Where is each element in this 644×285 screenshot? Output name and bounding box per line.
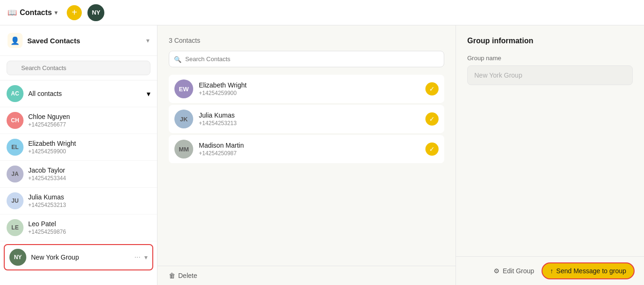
add-contact-button[interactable]: + xyxy=(67,5,82,20)
group-actions-ny: ··· ▾ xyxy=(134,253,148,261)
ny-group-avatar[interactable]: NY xyxy=(87,4,104,21)
member-avatar-ew: EW xyxy=(174,79,193,98)
contact-phone-jacob: +14254253344 xyxy=(28,175,150,182)
plus-icon: + xyxy=(72,7,78,18)
member-name-elizabeth: Elizabeth Wright xyxy=(199,81,420,89)
saved-contacts-icon: 👤 xyxy=(8,33,23,48)
saved-contacts-header: 👤 Saved Contacts ▾ xyxy=(0,25,157,56)
member-avatar-mm: MM xyxy=(174,140,193,158)
right-bottom-bar: ⚙ Edit Group ↑ Send Message to group xyxy=(456,256,644,285)
member-item-julia[interactable]: JK Julia Kumas +14254253213 ✓ xyxy=(169,105,444,133)
contact-info-chloe: Chloe Nguyen +14254256677 xyxy=(28,113,150,128)
member-name-julia: Julia Kumas xyxy=(199,111,420,119)
avatar-ju: JU xyxy=(7,192,24,209)
center-search-wrapper: 🔍 xyxy=(169,51,444,67)
contact-item-leo[interactable]: LE Leo Patel +14254259876 xyxy=(0,214,157,241)
avatar-el: EL xyxy=(7,139,24,156)
right-content: Group information Group name New York Gr… xyxy=(456,25,644,256)
all-contacts-chevron[interactable]: ▾ xyxy=(147,89,150,98)
edit-group-button[interactable]: ⚙ Edit Group xyxy=(494,267,534,275)
member-avatar-jk: JK xyxy=(174,110,193,128)
group-info-title: Group information xyxy=(467,37,633,45)
contact-name-chloe: Chloe Nguyen xyxy=(28,113,150,120)
check-icon-elizabeth: ✓ xyxy=(425,82,439,95)
search-wrapper: 🔍 xyxy=(7,61,150,75)
send-message-label: Send Message to group xyxy=(556,267,626,275)
group-name-label: Group name xyxy=(467,55,633,62)
member-phone-julia: +14254253213 xyxy=(199,120,420,127)
group-collapse-button[interactable]: ▾ xyxy=(144,253,148,261)
search-input[interactable] xyxy=(7,61,150,75)
ny-avatar-label: NY xyxy=(92,9,100,16)
contact-info-leo: Leo Patel +14254259876 xyxy=(28,220,150,235)
search-container: 🔍 xyxy=(0,56,157,80)
contacts-list: AC All contacts ▾ CH Chloe Nguyen +14254… xyxy=(0,80,157,285)
contact-item-elizabeth[interactable]: EL Elizabeth Wright +14254259900 xyxy=(0,134,157,161)
send-message-button[interactable]: ↑ Send Message to group xyxy=(542,262,635,279)
member-info-julia: Julia Kumas +14254253213 xyxy=(199,111,420,127)
avatar-ja: JA xyxy=(7,166,24,182)
group-name-ny: New York Group xyxy=(31,253,130,261)
avatar-ch: CH xyxy=(7,112,24,129)
member-item-elizabeth[interactable]: EW Elizabeth Wright +14254259900 ✓ xyxy=(169,75,444,103)
member-list: EW Elizabeth Wright +14254259900 ✓ JK Ju… xyxy=(169,75,444,163)
main-layout: 👤 Saved Contacts ▾ 🔍 AC All contacts ▾ xyxy=(0,25,644,285)
contact-phone-julia: +14254253213 xyxy=(28,202,150,208)
saved-contacts-collapse-button[interactable]: ▾ xyxy=(146,37,149,44)
group-item-ny[interactable]: NY New York Group ··· ▾ xyxy=(4,244,153,270)
right-panel: Group information Group name New York Gr… xyxy=(456,25,644,285)
center-bottom-bar: 🗑 Delete xyxy=(157,266,456,285)
saved-contacts-label: Saved Contacts xyxy=(27,37,80,45)
center-search-input[interactable] xyxy=(169,51,444,67)
contact-item-jacob[interactable]: JA Jacob Taylor +14254253344 xyxy=(0,161,157,188)
member-info-elizabeth: Elizabeth Wright +14254259900 xyxy=(199,81,420,96)
contact-name-leo: Leo Patel xyxy=(28,220,150,228)
avatar-ny-group: NY xyxy=(9,249,26,266)
member-phone-elizabeth: +14254259900 xyxy=(199,90,420,96)
member-info-madison: Madison Martin +14254250987 xyxy=(199,142,420,157)
center-panel: 3 Contacts 🔍 EW Elizabeth Wright +142542… xyxy=(157,25,456,285)
contact-phone-chloe: +14254256677 xyxy=(28,121,150,128)
contact-info-julia: Julia Kumas +14254253213 xyxy=(28,193,150,208)
member-item-madison[interactable]: MM Madison Martin +14254250987 ✓ xyxy=(169,135,444,163)
delete-button[interactable]: 🗑 Delete xyxy=(169,272,197,279)
delete-label: Delete xyxy=(178,272,197,279)
app-title: 📖 Contacts ▾ xyxy=(8,8,57,17)
member-name-madison: Madison Martin xyxy=(199,142,420,149)
sidebar: 👤 Saved Contacts ▾ 🔍 AC All contacts ▾ xyxy=(0,25,157,285)
group-name-display: New York Group xyxy=(467,65,633,85)
title-chevron-icon[interactable]: ▾ xyxy=(55,9,57,16)
contact-item-chloe[interactable]: CH Chloe Nguyen +14254256677 xyxy=(0,107,157,134)
send-icon: ↑ xyxy=(550,267,553,275)
member-phone-madison: +14254250987 xyxy=(199,150,420,157)
edit-group-label: Edit Group xyxy=(503,267,534,275)
top-header: 📖 Contacts ▾ + NY xyxy=(0,0,644,25)
gear-icon: ⚙ xyxy=(494,267,500,275)
contact-name-julia: Julia Kumas xyxy=(28,193,150,201)
contacts-count: 3 Contacts xyxy=(169,37,444,44)
all-contacts-initials: AC xyxy=(11,90,19,97)
trash-icon: 🗑 xyxy=(169,272,175,279)
all-contacts-avatar: AC xyxy=(7,85,24,102)
contact-item-julia[interactable]: JU Julia Kumas +14254253213 xyxy=(0,188,157,214)
contacts-book-icon: 📖 xyxy=(8,8,17,17)
app-title-text: Contacts xyxy=(20,8,52,17)
contact-name-elizabeth: Elizabeth Wright xyxy=(28,140,150,147)
group-dots-menu-button[interactable]: ··· xyxy=(134,253,141,261)
avatar-le: LE xyxy=(7,219,24,236)
all-contacts-item[interactable]: AC All contacts ▾ xyxy=(0,80,157,107)
contact-phone-leo: +14254259876 xyxy=(28,229,150,235)
contact-name-jacob: Jacob Taylor xyxy=(28,166,150,174)
saved-contacts-left: 👤 Saved Contacts xyxy=(8,33,80,48)
check-icon-madison: ✓ xyxy=(425,142,439,156)
center-search-icon: 🔍 xyxy=(174,55,181,63)
all-contacts-label: All contacts xyxy=(28,90,62,97)
contact-info-elizabeth: Elizabeth Wright +14254259900 xyxy=(28,140,150,155)
center-content: 3 Contacts 🔍 EW Elizabeth Wright +142542… xyxy=(157,25,456,266)
contact-info-jacob: Jacob Taylor +14254253344 xyxy=(28,166,150,182)
group-info-ny: New York Group xyxy=(31,253,130,261)
check-icon-julia: ✓ xyxy=(425,112,439,126)
contact-phone-elizabeth: +14254259900 xyxy=(28,148,150,155)
